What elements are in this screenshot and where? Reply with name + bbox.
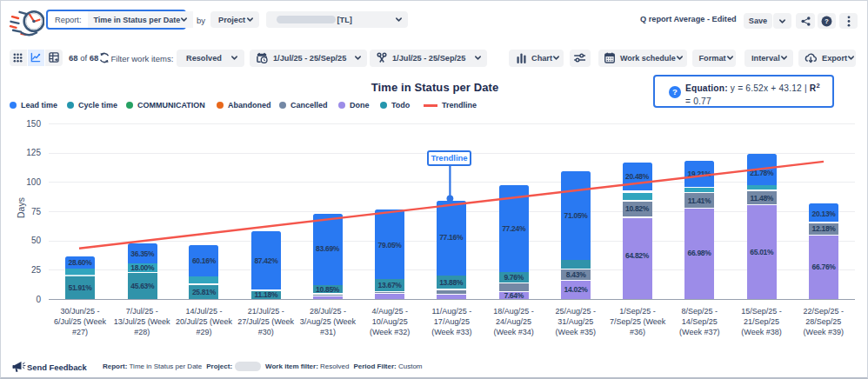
svg-text:?: ?: [672, 87, 678, 96]
svg-text:?: ?: [825, 17, 829, 25]
